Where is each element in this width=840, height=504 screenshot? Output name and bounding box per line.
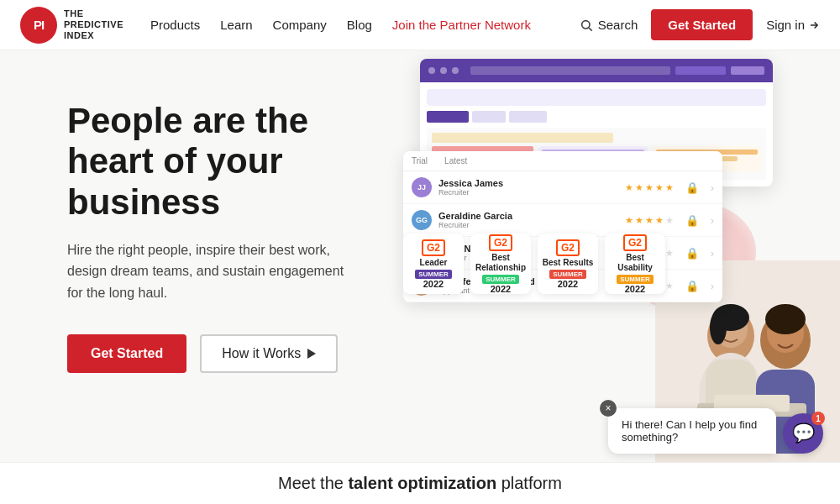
search-button[interactable]: Search [580, 18, 638, 32]
dash-dot-1 [428, 67, 435, 74]
badge-relationship: G2 Best Relationship SUMMER 2022 [470, 234, 531, 294]
hero-how-it-works-button[interactable]: How it Works [200, 334, 338, 373]
cand-name: Geraldine Garcia [438, 211, 618, 221]
arrow-right-icon [808, 19, 820, 31]
svg-point-12 [765, 304, 806, 334]
cand-info: Jessica James Recruiter [438, 178, 618, 197]
badge-year: 2022 [491, 284, 511, 294]
hero-left: People are the heart of your business Hi… [0, 50, 403, 462]
g2-logo: G2 [556, 239, 580, 256]
chat-open-button[interactable]: 1 💬 [783, 413, 823, 454]
cand-role: Recruiter [438, 221, 618, 229]
badge-title: Best Results [543, 258, 594, 268]
svg-point-0 [581, 20, 589, 28]
chat-bubble-text: Hi there! Can I help you find something? [622, 418, 757, 444]
nav-company[interactable]: Company [273, 18, 327, 32]
g2-badges: G2 Leader SUMMER 2022 G2 Best Relationsh… [403, 234, 665, 294]
logo-text: THEPREDICTIVEINDEX [64, 8, 123, 42]
badge-year: 2022 [558, 279, 578, 289]
hero-buttons: Get Started How it Works [67, 334, 370, 373]
nav-products[interactable]: Products [150, 18, 200, 32]
hero-subtitle: Hire the right people, inspire their bes… [67, 239, 353, 304]
table-row: JJ Jessica James Recruiter ★★★★★ 🔒 › [403, 171, 722, 204]
lock-icon: 🔒 [685, 214, 699, 227]
badge-season: SUMMER [415, 270, 452, 279]
table-row: GG Geraldine Garcia Recruiter ★★★★★ 🔒 › [403, 204, 722, 237]
cand-header: Trial Latest [403, 151, 722, 171]
dash-topbar [420, 59, 773, 82]
logo-initials: PI [34, 18, 44, 32]
nav-learn[interactable]: Learn [220, 18, 252, 32]
search-icon [580, 18, 593, 32]
dash-toolbar [427, 89, 766, 106]
play-icon [307, 349, 316, 359]
search-label: Search [598, 18, 638, 32]
nav-links: Products Learn Company Blog Join the Par… [150, 18, 580, 32]
hero-right: Trial Latest JJ Jessica James Recruiter … [403, 50, 840, 462]
logo[interactable]: PI THEPREDICTIVEINDEX [20, 7, 123, 44]
badge-title: Best Usability [608, 253, 662, 273]
svg-line-1 [589, 28, 592, 31]
logo-circle: PI [20, 7, 57, 44]
chat-bubble-container: × Hi there! Can I help you find somethin… [608, 408, 776, 454]
badge-season: SUMMER [617, 275, 654, 284]
cand-role: Recruiter [438, 188, 618, 197]
nav-blog[interactable]: Blog [347, 18, 372, 32]
dash-tabs [427, 111, 766, 123]
navbar: PI THEPREDICTIVEINDEX Products Learn Com… [0, 0, 840, 50]
lock-icon: 🔒 [685, 247, 699, 260]
chat-bubble: Hi there! Can I help you find something? [608, 408, 776, 454]
dash-dot-3 [452, 67, 459, 74]
cand-info: Geraldine Garcia Recruiter [438, 211, 618, 229]
badge-usability: G2 Best Usability SUMMER 2022 [605, 234, 665, 294]
chat-badge: 1 [811, 412, 825, 425]
badge-results: G2 Best Results SUMMER 2022 [538, 234, 598, 294]
hero-title: People are the heart of your business [67, 101, 370, 223]
lock-icon: 🔒 [685, 280, 699, 292]
g2-logo: G2 [422, 239, 445, 256]
badge-season: SUMMER [482, 275, 519, 284]
chevron-right-icon: › [711, 247, 714, 260]
badge-title: Leader [420, 258, 448, 268]
cand-stars: ★★★★★ [625, 182, 674, 193]
lock-icon: 🔒 [685, 181, 699, 194]
avatar: GG [412, 210, 432, 230]
chat-widget: × Hi there! Can I help you find somethin… [608, 408, 823, 454]
candidate-list: Trial Latest JJ Jessica James Recruiter … [403, 151, 722, 302]
chat-icon: 💬 [792, 423, 815, 444]
hero-get-started-button[interactable]: Get Started [67, 334, 186, 373]
chat-close-button[interactable]: × [600, 400, 617, 417]
g2-logo: G2 [623, 234, 647, 251]
avatar: JJ [412, 177, 432, 197]
chevron-right-icon: › [711, 280, 714, 292]
cand-name: Jessica James [438, 178, 618, 188]
badge-title: Best Relationship [474, 253, 528, 273]
nav-get-started-button[interactable]: Get Started [651, 9, 753, 40]
badge-leader: G2 Leader SUMMER 2022 [403, 234, 464, 294]
nav-right: Search Get Started Sign in [580, 9, 820, 40]
dash-job-title [432, 133, 613, 143]
badge-year: 2022 [625, 284, 645, 294]
bottom-text: Meet the talent optimization platform [278, 474, 562, 493]
badge-year: 2022 [423, 279, 444, 289]
chevron-right-icon: › [711, 214, 714, 227]
chevron-right-icon: › [711, 181, 714, 194]
hero-section: People are the heart of your business Hi… [0, 50, 840, 462]
sign-in-link[interactable]: Sign in [766, 18, 820, 32]
badge-season: SUMMER [549, 270, 586, 279]
g2-logo: G2 [489, 234, 512, 251]
dash-dot-2 [440, 67, 447, 74]
bottom-strip: Meet the talent optimization platform [0, 462, 840, 504]
cand-stars: ★★★★★ [625, 215, 674, 226]
nav-partner[interactable]: Join the Partner Network [392, 18, 531, 32]
